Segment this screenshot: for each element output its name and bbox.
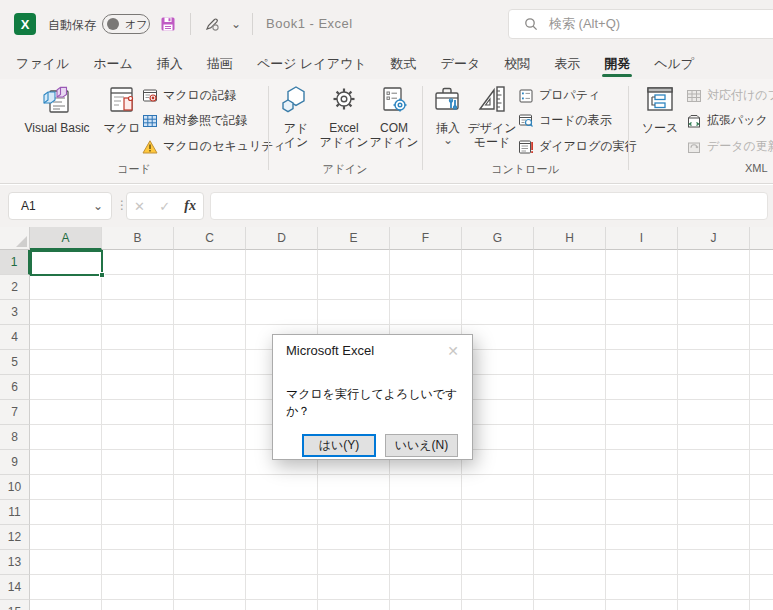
cell-F14[interactable] (390, 575, 462, 600)
cell-B11[interactable] (102, 500, 174, 525)
cell-I5[interactable] (606, 350, 678, 375)
row-header-4[interactable]: 4 (0, 325, 30, 350)
cell-H9[interactable] (534, 450, 606, 475)
cell-C12[interactable] (174, 525, 246, 550)
row-header-2[interactable]: 2 (0, 275, 30, 300)
confirm-entry-button[interactable]: ✓ (159, 199, 170, 214)
cell-A15[interactable] (30, 600, 102, 610)
cell-G3[interactable] (462, 300, 534, 325)
row-header-10[interactable]: 10 (0, 475, 30, 500)
cell-F3[interactable] (390, 300, 462, 325)
cell-C11[interactable] (174, 500, 246, 525)
row-header-1[interactable]: 1 (0, 250, 30, 275)
macros-button[interactable]: マクロ (100, 83, 144, 159)
cell-B9[interactable] (102, 450, 174, 475)
cell-E11[interactable] (318, 500, 390, 525)
cell-A7[interactable] (30, 400, 102, 425)
cell-B10[interactable] (102, 475, 174, 500)
cell-D1[interactable] (246, 250, 318, 275)
cell-B7[interactable] (102, 400, 174, 425)
cell-filler[interactable] (750, 500, 773, 525)
cell-D12[interactable] (246, 525, 318, 550)
cell-H5[interactable] (534, 350, 606, 375)
cell-C10[interactable] (174, 475, 246, 500)
cell-I11[interactable] (606, 500, 678, 525)
record-macro-button[interactable]: マクロの記録 (142, 87, 236, 104)
select-all-button[interactable] (0, 227, 30, 250)
column-header-G[interactable]: G (462, 227, 534, 250)
cell-H11[interactable] (534, 500, 606, 525)
cell-E1[interactable] (318, 250, 390, 275)
tab-ヘルプ[interactable]: ヘルプ (642, 48, 706, 79)
cell-G12[interactable] (462, 525, 534, 550)
row-header-13[interactable]: 13 (0, 550, 30, 575)
cell-B4[interactable] (102, 325, 174, 350)
cell-I4[interactable] (606, 325, 678, 350)
cell-G14[interactable] (462, 575, 534, 600)
column-header-J[interactable]: J (678, 227, 750, 250)
cell-A3[interactable] (30, 300, 102, 325)
cell-filler[interactable] (750, 300, 773, 325)
cell-B5[interactable] (102, 350, 174, 375)
refresh-data-button[interactable]: データの更新 (686, 138, 773, 155)
tab-開発[interactable]: 開発 (592, 48, 642, 79)
draw-tool-button[interactable] (201, 13, 223, 35)
cell-D2[interactable] (246, 275, 318, 300)
cell-J9[interactable] (678, 450, 750, 475)
cell-H14[interactable] (534, 575, 606, 600)
autosave-toggle[interactable]: オフ (102, 14, 150, 34)
cell-filler[interactable] (750, 475, 773, 500)
row-header-9[interactable]: 9 (0, 450, 30, 475)
cell-B12[interactable] (102, 525, 174, 550)
cell-E12[interactable] (318, 525, 390, 550)
column-header-C[interactable]: C (174, 227, 246, 250)
cell-G10[interactable] (462, 475, 534, 500)
cell-B6[interactable] (102, 375, 174, 400)
cell-I6[interactable] (606, 375, 678, 400)
cell-J2[interactable] (678, 275, 750, 300)
cell-H4[interactable] (534, 325, 606, 350)
tab-挿入[interactable]: 挿入 (145, 48, 195, 79)
cell-filler[interactable] (750, 600, 773, 610)
cell-filler[interactable] (750, 350, 773, 375)
cell-A2[interactable] (30, 275, 102, 300)
row-header-12[interactable]: 12 (0, 525, 30, 550)
cell-I2[interactable] (606, 275, 678, 300)
yes-button[interactable]: はい(Y) (302, 434, 376, 457)
cell-J15[interactable] (678, 600, 750, 610)
cell-filler[interactable] (750, 525, 773, 550)
cell-C6[interactable] (174, 375, 246, 400)
cell-J13[interactable] (678, 550, 750, 575)
tab-校閲[interactable]: 校閲 (492, 48, 542, 79)
row-header-14[interactable]: 14 (0, 575, 30, 600)
cell-C1[interactable] (174, 250, 246, 275)
cell-H10[interactable] (534, 475, 606, 500)
cell-A8[interactable] (30, 425, 102, 450)
cell-A14[interactable] (30, 575, 102, 600)
cell-H3[interactable] (534, 300, 606, 325)
cell-C3[interactable] (174, 300, 246, 325)
cell-B15[interactable] (102, 600, 174, 610)
column-header-E[interactable]: E (318, 227, 390, 250)
com-addins-button[interactable]: COMアドイン (370, 83, 418, 159)
cell-H8[interactable] (534, 425, 606, 450)
cell-E10[interactable] (318, 475, 390, 500)
cell-filler[interactable] (750, 425, 773, 450)
cell-B1[interactable] (102, 250, 174, 275)
cell-J10[interactable] (678, 475, 750, 500)
column-header-H[interactable]: H (534, 227, 606, 250)
name-box[interactable]: A1 ⌄ (8, 192, 112, 220)
cell-H6[interactable] (534, 375, 606, 400)
row-header-11[interactable]: 11 (0, 500, 30, 525)
cell-F13[interactable] (390, 550, 462, 575)
cell-E3[interactable] (318, 300, 390, 325)
cell-A12[interactable] (30, 525, 102, 550)
fill-handle[interactable] (99, 272, 105, 278)
cell-D11[interactable] (246, 500, 318, 525)
cell-J5[interactable] (678, 350, 750, 375)
cell-A4[interactable] (30, 325, 102, 350)
cell-A13[interactable] (30, 550, 102, 575)
row-header-15[interactable]: 15 (0, 600, 30, 610)
cell-H13[interactable] (534, 550, 606, 575)
row-header-6[interactable]: 6 (0, 375, 30, 400)
